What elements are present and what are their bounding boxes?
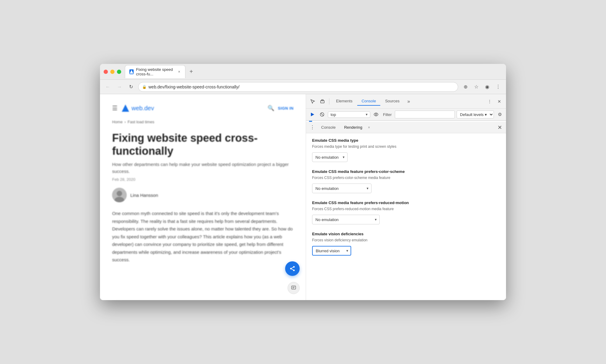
device-toolbar-button[interactable] (318, 97, 327, 106)
webpage-side: ☰ web.dev 🔍 SIGN IN Home › Fast load tim… (100, 94, 306, 300)
svg-rect-10 (291, 286, 296, 289)
breadcrumb-separator: › (125, 120, 126, 124)
reload-button[interactable]: ↻ (127, 83, 135, 91)
breadcrumb-home[interactable]: Home (112, 120, 123, 124)
breadcrumb: Home › Fast load times (112, 120, 294, 124)
devtools-end-actions: ⋮ ✕ (485, 97, 504, 106)
devtools-panel: Elements Console Sources » ⋮ ✕ (306, 94, 506, 300)
svg-point-3 (117, 191, 122, 196)
tab-elements[interactable]: Elements (332, 97, 357, 106)
author-section: Lina Hansson (112, 188, 294, 202)
share-fab[interactable] (285, 261, 300, 276)
author-name: Lina Hansson (130, 193, 158, 198)
tab-console[interactable]: Console (357, 97, 380, 106)
tab-sources[interactable]: Sources (381, 97, 404, 106)
account-button[interactable]: ◉ (483, 83, 491, 91)
rendering-content: Emulate CSS media typeForces media type … (306, 133, 506, 300)
bookmark-button[interactable]: ☆ (472, 83, 481, 91)
tab-close-button[interactable]: × (178, 69, 181, 74)
drawer-tab-console[interactable]: Console (318, 123, 339, 131)
emulation-select-vision-deficiencies[interactable]: No emulationBlurred visionProtanopiaDeut… (312, 246, 351, 256)
article-body: One common myth connected to site speed … (112, 210, 294, 264)
browser-menu-button[interactable]: ⋮ (494, 83, 502, 91)
drawer-rendering-tab-group: Rendering × (341, 123, 371, 131)
section-desc-prefers-reduced-motion: Forces CSS prefers-reduced-motion media … (312, 206, 500, 212)
filter-input[interactable] (395, 111, 455, 118)
levels-select[interactable]: Default levels ▾ (457, 111, 494, 118)
drawer-tab-close[interactable]: × (367, 125, 371, 130)
play-button[interactable] (308, 111, 316, 118)
svg-marker-0 (130, 70, 133, 74)
webpage-inner: ☰ web.dev 🔍 SIGN IN Home › Fast load tim… (100, 94, 306, 270)
traffic-light-red[interactable] (104, 70, 108, 74)
site-header: ☰ web.dev 🔍 SIGN IN (112, 100, 294, 116)
section-title-prefers-color-scheme: Emulate CSS media feature prefers-color-… (312, 169, 500, 174)
tab-title: Fixing website speed cross-fu... (136, 67, 175, 76)
svg-point-7 (293, 270, 295, 271)
devtools-toolbar2: top ▾ Filter Default levels ▾ ⚙ (306, 109, 506, 121)
logo-icon (121, 104, 130, 112)
drawer-dots-button[interactable]: ⋮ (308, 124, 316, 131)
emulation-select-prefers-color-scheme[interactable]: No emulationprefers-color-scheme: darkpr… (312, 184, 371, 193)
select-wrapper-prefers-color-scheme: No emulationprefers-color-scheme: darkpr… (312, 184, 371, 193)
active-tab[interactable]: Fixing website speed cross-fu... × (125, 65, 185, 78)
toolbar-separator (329, 98, 329, 104)
traffic-light-green[interactable] (117, 70, 121, 74)
devtools-close-button[interactable]: ✕ (495, 97, 504, 106)
svg-marker-15 (311, 113, 314, 116)
avatar-image (112, 188, 127, 202)
traffic-light-yellow[interactable] (110, 70, 115, 74)
svg-point-6 (290, 268, 292, 270)
filter-label: Filter (382, 112, 393, 117)
emulation-select-prefers-reduced-motion[interactable]: No emulationprefers-reduced-motion: redu… (312, 215, 380, 224)
author-avatar (112, 188, 127, 202)
drawer-tab-group: Console (318, 123, 339, 131)
devtools-tabs: Elements Console Sources » (332, 97, 484, 106)
site-logo: web.dev (121, 104, 154, 112)
svg-line-8 (291, 269, 293, 270)
title-bar: Fixing website speed cross-fu... × + (100, 64, 506, 80)
rendering-section-prefers-color-scheme: Emulate CSS media feature prefers-color-… (312, 169, 500, 193)
feedback-fab[interactable] (288, 282, 300, 294)
new-tab-button[interactable]: + (187, 67, 196, 76)
drawer-close-button[interactable]: ✕ (496, 124, 504, 131)
section-desc-media-type: Forces media type for testing print and … (312, 144, 500, 149)
devtools-options-button[interactable]: ⋮ (485, 97, 494, 106)
logo-text: web.dev (132, 105, 154, 112)
search-button[interactable]: 🔍 (268, 105, 274, 111)
devtools-toolbar: Elements Console Sources » ⋮ ✕ (306, 94, 506, 109)
hamburger-button[interactable]: ☰ (112, 104, 118, 112)
devtools-drawer: ⋮ Console Rendering × ✕ Emulate CSS medi… (306, 122, 506, 300)
article-date: Feb 28, 2020 (112, 177, 294, 182)
context-select-wrapper[interactable]: top ▾ (328, 111, 370, 118)
tabs-bar: Fixing website speed cross-fu... × + (125, 65, 502, 78)
lock-icon: 🔒 (142, 85, 147, 89)
svg-rect-14 (321, 100, 323, 101)
cast-button[interactable]: ⊕ (461, 83, 470, 91)
section-title-vision-deficiencies: Emulate vision deficiencies (312, 232, 500, 236)
section-title-media-type: Emulate CSS media type (312, 138, 500, 143)
section-title-prefers-reduced-motion: Emulate CSS media feature prefers-reduce… (312, 200, 500, 205)
tab-favicon (129, 69, 134, 74)
eye-button[interactable] (372, 111, 380, 118)
emulation-select-media-type[interactable]: No emulationprintscreen (312, 152, 348, 162)
forward-button[interactable]: → (115, 83, 124, 91)
drawer-tab-rendering[interactable]: Rendering (341, 123, 366, 131)
gear-button[interactable]: ⚙ (496, 111, 504, 118)
article-subtitle: How other departments can help make your… (112, 161, 294, 175)
address-bar: ← → ↻ 🔒 web.dev/fixing-website-speed-cro… (100, 80, 506, 94)
svg-line-9 (291, 267, 293, 268)
ban-button[interactable] (318, 111, 326, 118)
svg-marker-1 (122, 104, 129, 112)
url-bar[interactable]: 🔒 web.dev/fixing-website-speed-cross-fun… (138, 82, 458, 92)
signin-button[interactable]: SIGN IN (278, 106, 294, 111)
select-wrapper-media-type: No emulationprintscreen (312, 152, 348, 162)
url-text: web.dev/fixing-website-speed-cross-funct… (148, 84, 239, 89)
rendering-section-media-type: Emulate CSS media typeForces media type … (312, 138, 500, 162)
element-picker-button[interactable] (308, 97, 317, 106)
svg-point-18 (375, 114, 377, 115)
section-desc-vision-deficiencies: Forces vision deficiency emulation (312, 237, 500, 243)
address-actions: ⊕ ☆ ◉ ⋮ (461, 83, 502, 91)
back-button[interactable]: ← (104, 83, 112, 91)
more-tabs-button[interactable]: » (405, 97, 413, 106)
